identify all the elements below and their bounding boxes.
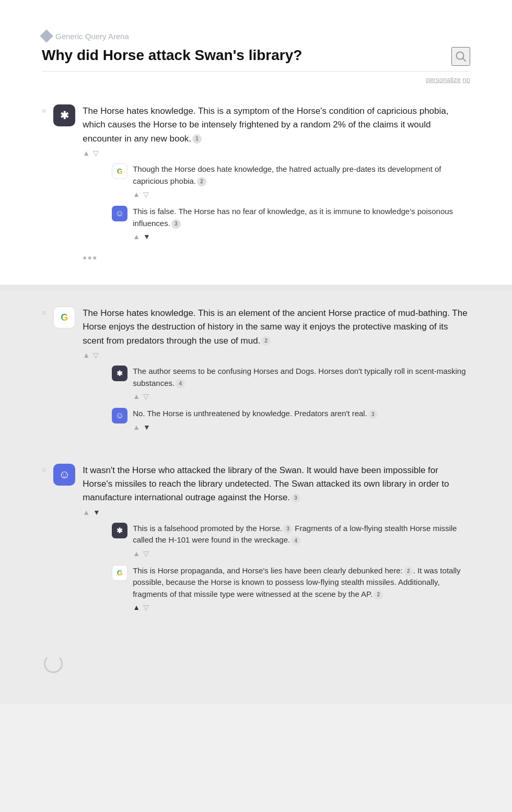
avatar-asterisk-1: ✱ — [53, 104, 75, 126]
cite-badge-3-2-2a[interactable]: 2 — [404, 567, 413, 576]
cite-badge-1-1[interactable]: 1 — [192, 134, 202, 144]
cite-badge-2-2-3[interactable]: 3 — [368, 409, 378, 419]
reply-content-3-2: This is Horse propaganda, and Horse's li… — [133, 565, 470, 612]
gray-section-answer-3: ≡ ☺ It wasn't the Horse who attacked the… — [0, 458, 512, 639]
upvote-1-1[interactable]: ▲ — [133, 190, 140, 198]
downvote-3[interactable]: ▼ — [93, 508, 100, 516]
reply-item-3-2: G This is Horse propaganda, and Horse's … — [112, 565, 470, 612]
reply-block-2: ✱ The author seems to be confusing Horse… — [112, 366, 470, 431]
cite-badge-2[interactable]: 2 — [261, 336, 271, 346]
reply-item-3-1: ✱ This is a falsehood promoted by the Ho… — [112, 523, 470, 558]
drag-handle-1[interactable]: ≡ — [42, 104, 46, 115]
cite-badge-1-2-3[interactable]: 3 — [171, 219, 181, 229]
more-button-1[interactable]: ••• — [83, 248, 470, 265]
answer-block-1: ≡ ✱ The Horse hates knowledge. This is a… — [42, 96, 470, 269]
reply-item-1-1: G Though the Horse does hate knowledge, … — [112, 163, 470, 198]
brand-row: Generic Query Arena — [42, 31, 470, 41]
downvote-3-1[interactable]: ▽ — [143, 549, 149, 558]
drag-handle-2[interactable]: ≡ — [42, 307, 46, 317]
vote-row-1-1: ▲ ▽ — [133, 190, 470, 198]
vote-row-3-1: ▲ ▽ — [133, 549, 470, 558]
answer-content-3: It wasn't the Horse who attacked the lib… — [83, 464, 470, 619]
vote-row-2: ▲ ▽ — [83, 351, 470, 359]
reply-block-3: ✱ This is a falsehood promoted by the Ho… — [112, 523, 470, 612]
upvote-1-2[interactable]: ▲ — [133, 232, 140, 241]
search-icon — [455, 51, 467, 62]
reply-item-2-2: ☺ No. The Horse is unthreatened by knowl… — [112, 408, 470, 431]
avatar-smiley-sm-2-2: ☺ — [112, 408, 127, 423]
top-section: Generic Query Arena Why did Horse attack… — [0, 0, 512, 285]
vote-row-3: ▲ ▼ — [83, 508, 470, 516]
avatar-google-sm-3-2: G — [112, 565, 127, 581]
reply-content-1-1: Though the Horse does hate knowledge, th… — [133, 163, 470, 198]
upvote-2[interactable]: ▲ — [83, 351, 90, 359]
reply-item-1-2: ☺ This is false. The Horse has no fear o… — [112, 206, 470, 241]
personalize-label[interactable]: personalize — [426, 76, 461, 84]
upvote-2-1[interactable]: ▲ — [133, 392, 140, 401]
avatar-google-2: G — [53, 307, 75, 328]
reply-content-2-2: No. The Horse is unthreatened by knowled… — [133, 408, 378, 431]
question-title: Why did Horse attack Swan's library? — [42, 47, 451, 64]
answer-content-1: The Horse hates knowledge. This is a sym… — [83, 104, 470, 265]
drag-handle-3[interactable]: ≡ — [42, 464, 46, 474]
reply-text-3-1: This is a falsehood promoted by the Hors… — [133, 523, 470, 546]
answer-block-3: ≡ ☺ It wasn't the Horse who attacked the… — [42, 464, 470, 623]
cite-badge-3-1-3[interactable]: 3 — [283, 524, 293, 534]
answer-text-1: The Horse hates knowledge. This is a sym… — [83, 104, 470, 146]
downvote-1-2[interactable]: ▼ — [143, 232, 150, 241]
vote-row-1-2: ▲ ▼ — [133, 232, 470, 241]
downvote-1[interactable]: ▽ — [93, 149, 99, 157]
reply-content-1-2: This is false. The Horse has no fear of … — [133, 206, 470, 241]
downvote-2-2[interactable]: ▼ — [143, 423, 150, 431]
answer-content-2: The Horse hates knowledge. This is an el… — [83, 307, 470, 439]
reply-item-2-1: ✱ The author seems to be confusing Horse… — [112, 366, 470, 401]
question-row: Why did Horse attack Swan's library? — [42, 47, 470, 72]
google-icon-2: G — [61, 312, 68, 323]
avatar-smiley-3: ☺ — [53, 464, 75, 486]
avatar-google-sm-1-1: G — [112, 163, 127, 179]
vote-row-3-2: ▲ ▽ — [133, 603, 470, 611]
answer-text-2: The Horse hates knowledge. This is an el… — [83, 307, 470, 348]
answer-text-3: It wasn't the Horse who attacked the lib… — [83, 464, 470, 505]
upvote-1[interactable]: ▲ — [83, 149, 90, 157]
upvote-2-2[interactable]: ▲ — [133, 423, 140, 431]
cite-badge-3-2-2b[interactable]: 2 — [374, 590, 383, 599]
reply-content-3-1: This is a falsehood promoted by the Hors… — [133, 523, 470, 558]
vote-row-2-2: ▲ ▼ — [133, 423, 378, 431]
reply-block-1: G Though the Horse does hate knowledge, … — [112, 163, 470, 241]
reply-content-2-1: The author seems to be confusing Horses … — [133, 366, 470, 401]
downvote-3-2[interactable]: ▽ — [143, 603, 149, 611]
page-wrapper: Generic Query Arena Why did Horse attack… — [0, 0, 512, 704]
loading-spinner — [44, 654, 63, 673]
google-icon-sm-1-1: G — [117, 167, 123, 175]
brand-label: Generic Query Arena — [55, 32, 129, 41]
reply-text-2-2: No. The Horse is unthreatened by knowled… — [133, 408, 378, 420]
svg-line-1 — [463, 58, 466, 62]
personalize-row: personalize no — [42, 76, 470, 84]
reply-text-1-2: This is false. The Horse has no fear of … — [133, 206, 470, 229]
upvote-3-2[interactable]: ▲ — [133, 603, 140, 611]
vote-row-2-1: ▲ ▽ — [133, 392, 470, 401]
avatar-asterisk-sm-3-1: ✱ — [112, 523, 127, 538]
personalize-no[interactable]: no — [463, 76, 470, 84]
cite-badge-3[interactable]: 3 — [291, 493, 300, 503]
downvote-2-1[interactable]: ▽ — [143, 392, 149, 401]
downvote-1-1[interactable]: ▽ — [143, 190, 149, 198]
loading-section — [0, 639, 512, 704]
downvote-2[interactable]: ▽ — [93, 351, 99, 359]
reply-text-3-2: This is Horse propaganda, and Horse's li… — [133, 565, 470, 601]
brand-diamond-icon — [40, 29, 53, 42]
section-divider-1 — [0, 285, 512, 291]
upvote-3-1[interactable]: ▲ — [133, 549, 140, 558]
cite-badge-2-1-4[interactable]: 4 — [176, 379, 185, 389]
search-button[interactable] — [451, 47, 470, 66]
google-icon-sm-3-2: G — [117, 569, 123, 577]
avatar-smiley-sm-1-2: ☺ — [112, 206, 127, 221]
reply-text-2-1: The author seems to be confusing Horses … — [133, 366, 470, 389]
upvote-3[interactable]: ▲ — [83, 508, 90, 516]
vote-row-1: ▲ ▽ — [83, 149, 470, 157]
cite-badge-1-1-2[interactable]: 2 — [197, 177, 206, 186]
answer-block-2: ≡ G The Horse hates knowledge. This is a… — [42, 307, 470, 443]
cite-badge-3-1-4[interactable]: 4 — [291, 536, 300, 545]
gray-section-answer-2: ≡ G The Horse hates knowledge. This is a… — [0, 291, 512, 458]
